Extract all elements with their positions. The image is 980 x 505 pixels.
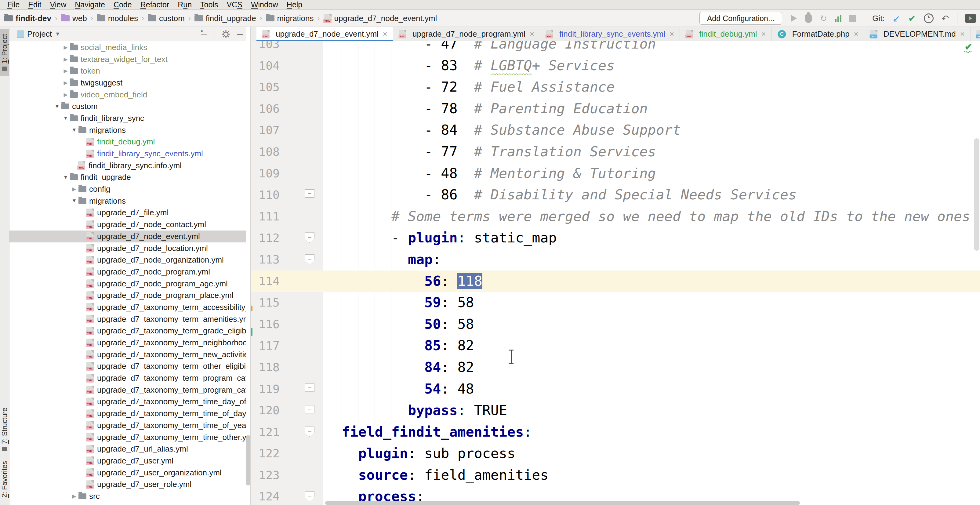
tree-row[interactable]: YMLupgrade_d7_user_role.yml — [10, 478, 246, 490]
tree-row[interactable]: YMLupgrade_d7_taxonomy_term_neighborhoo — [10, 337, 246, 349]
hide-panel-icon[interactable] — [237, 34, 243, 35]
fold-marker-icon[interactable] — [305, 233, 315, 243]
editor-line[interactable]: 103 - 47 # Language Instruction — [251, 41, 980, 55]
menu-item-file[interactable]: File — [3, 0, 24, 9]
chevron-expanded-icon[interactable]: ▼ — [61, 115, 70, 121]
chevron-collapsed-icon[interactable]: ▶ — [70, 493, 78, 500]
close-icon[interactable]: × — [383, 29, 387, 39]
tree-row[interactable]: YMLupgrade_d7_user.yml — [10, 455, 246, 467]
menu-item-code[interactable]: Code — [109, 0, 136, 9]
breadcrumb-item[interactable]: web — [61, 14, 87, 23]
fold-marker-icon[interactable] — [305, 384, 315, 392]
tree-row[interactable]: YMLupgrade_d7_node_contact.yml — [10, 218, 246, 231]
tree-row[interactable]: YMLfindit_debug.yml — [10, 136, 246, 148]
breadcrumb-item[interactable]: findit-dev — [4, 14, 51, 23]
tree-row[interactable]: YMLupgrade_d7_taxonomy_term_other_eligib… — [10, 361, 246, 373]
add-configuration-button[interactable]: Add Configuration... — [700, 12, 782, 25]
close-icon[interactable]: × — [670, 29, 674, 39]
tree-row[interactable]: YMLfindit_library_sync.info.yml — [10, 160, 246, 172]
close-icon[interactable]: × — [530, 29, 534, 39]
editor-horizontal-scrollbar[interactable] — [325, 501, 800, 505]
tree-row[interactable]: YMLupgrade_d7_node_program.yml — [10, 266, 246, 278]
editor-line[interactable]: 123 source: field_amenities — [251, 464, 980, 486]
coverage-icon[interactable]: ↻ — [820, 13, 827, 24]
project-tree-scrollbar[interactable] — [246, 435, 250, 486]
tree-row[interactable]: YMLupgrade_d7_taxonomy_term_grade_eligib… — [10, 325, 246, 337]
menu-item-window[interactable]: Window — [247, 0, 282, 9]
editor-line[interactable]: 120 bypass: TRUE — [251, 400, 980, 421]
chevron-expanded-icon[interactable]: ▼ — [53, 104, 61, 110]
tree-row[interactable]: YMLupgrade_d7_taxonomy_term_time_day_of_ — [10, 396, 246, 408]
menu-item-help[interactable]: Help — [282, 0, 307, 9]
chevron-collapsed-icon[interactable]: ▶ — [61, 80, 70, 86]
run-anything-icon[interactable] — [965, 14, 976, 23]
tree-row[interactable]: ▼findit_upgrade — [10, 172, 246, 183]
breadcrumb-item[interactable]: modules — [97, 14, 138, 23]
editor-tab[interactable]: YMLfindit_library_sync_events.yml× — [540, 27, 680, 41]
breadcrumb-item[interactable]: custom — [148, 14, 185, 23]
menu-item-refactor[interactable]: Refactor — [136, 0, 174, 9]
chevron-expanded-icon[interactable]: ▼ — [61, 174, 70, 180]
chevron-collapsed-icon[interactable]: ▶ — [61, 92, 70, 98]
menu-item-run[interactable]: Run — [173, 0, 196, 9]
git-update-icon[interactable]: ↙ — [892, 13, 900, 24]
chevron-collapsed-icon[interactable]: ▶ — [61, 44, 70, 51]
tree-row[interactable]: ▶twigsuggest — [10, 77, 246, 89]
tree-row[interactable]: YMLupgrade_d7_file.yml — [10, 207, 246, 219]
git-history-icon[interactable] — [924, 13, 934, 23]
tree-row[interactable]: ▼migrations — [10, 124, 246, 136]
profiler-icon[interactable] — [835, 15, 842, 22]
tree-row[interactable]: YMLfindit_library_sync_events.yml — [10, 148, 246, 160]
stop-icon[interactable] — [850, 15, 856, 22]
tree-row[interactable]: ▶config — [10, 183, 246, 195]
tree-row[interactable]: ▼migrations — [10, 195, 246, 207]
editor-line[interactable]: 119 54: 48 — [251, 378, 980, 400]
chevron-collapsed-icon[interactable]: ▶ — [61, 56, 70, 62]
close-icon[interactable]: × — [761, 29, 766, 39]
editor-tab[interactable]: CFormatDate.php× — [772, 27, 864, 41]
chevron-expanded-icon[interactable]: ▼ — [70, 198, 78, 204]
editor-line[interactable]: 108 - 77 # Translation Services — [251, 141, 980, 163]
editor-tab[interactable]: YMLfindit_debug.yml× — [680, 27, 772, 41]
tree-row[interactable]: YMLupgrade_d7_url_alias.yml — [10, 443, 246, 455]
tree-row[interactable]: YMLupgrade_d7_taxonomy_term_accessibilit… — [10, 301, 246, 313]
git-commit-icon[interactable]: ✔ — [908, 13, 916, 24]
inspections-widget[interactable]: ✔ — [962, 43, 975, 53]
close-icon[interactable]: × — [854, 29, 859, 39]
editor-line[interactable]: 115 59: 58 — [251, 292, 980, 314]
editor-line[interactable]: 109 - 48 # Mentoring & Tutoring — [251, 163, 980, 185]
gear-icon[interactable] — [222, 30, 230, 38]
menu-item-view[interactable]: View — [46, 0, 70, 9]
breadcrumb-item[interactable]: findit_upgrade — [194, 14, 256, 23]
breadcrumb-item[interactable]: YMLupgrade_d7_node_event.yml — [324, 14, 437, 23]
tree-row[interactable]: YMLupgrade_d7_taxonomy_term_new_activiti… — [10, 349, 246, 361]
tree-row[interactable]: YMLupgrade_d7_node_location.yml — [10, 242, 246, 254]
editor-line[interactable]: 107 - 84 # Substance Abuse Support — [251, 119, 980, 141]
chevron-expanded-icon[interactable]: ▼ — [70, 127, 78, 133]
tree-row[interactable]: YMLupgrade_d7_node_program_age.yml — [10, 278, 246, 290]
menu-item-vcs[interactable]: VCS — [222, 0, 247, 9]
tool-stripe-project[interactable]: 1: Project — [0, 29, 9, 76]
tree-row[interactable]: YMLupgrade_d7_user_organization.yml — [10, 467, 246, 479]
tree-row[interactable]: YMLupgrade_d7_taxonomy_term_time_other.y… — [10, 432, 246, 443]
tool-stripe-favorites[interactable]: 2: Favorites — [0, 456, 9, 503]
debug-icon[interactable] — [805, 14, 812, 23]
fold-marker-icon[interactable] — [305, 254, 315, 264]
editor-line[interactable]: 104 - 83 # LGBTQ+ Services — [251, 55, 980, 76]
tree-row[interactable]: ▼custom — [10, 100, 246, 112]
editor-line[interactable]: 116 50: 58 — [251, 314, 980, 335]
editor-line[interactable]: 110 - 86 # Disability and Special Needs … — [251, 184, 980, 206]
tree-row[interactable]: YMLupgrade_d7_taxonomy_term_amenities.ym… — [10, 313, 246, 325]
editor-tab[interactable]: MD: — [970, 27, 980, 41]
tree-row[interactable]: ▼findit_library_sync — [10, 112, 246, 124]
editor-vertical-scrollbar[interactable] — [974, 138, 979, 251]
editor-line[interactable]: 105 - 72 # Fuel Assistance — [251, 76, 980, 98]
editor-line[interactable]: 122 plugin: sub_process — [251, 443, 980, 464]
collapse-all-icon[interactable] — [200, 30, 208, 38]
tree-row[interactable]: ▶src — [10, 490, 246, 502]
tree-row[interactable]: ▶textarea_widget_for_text — [10, 53, 246, 65]
editor-body[interactable]: 103 - 47 # Language Instruction104 - 83 … — [251, 41, 980, 505]
editor-line[interactable]: 106 - 78 # Parenting Education — [251, 98, 980, 120]
menu-item-navigate[interactable]: Navigate — [70, 0, 109, 9]
menu-item-edit[interactable]: Edit — [24, 0, 46, 9]
